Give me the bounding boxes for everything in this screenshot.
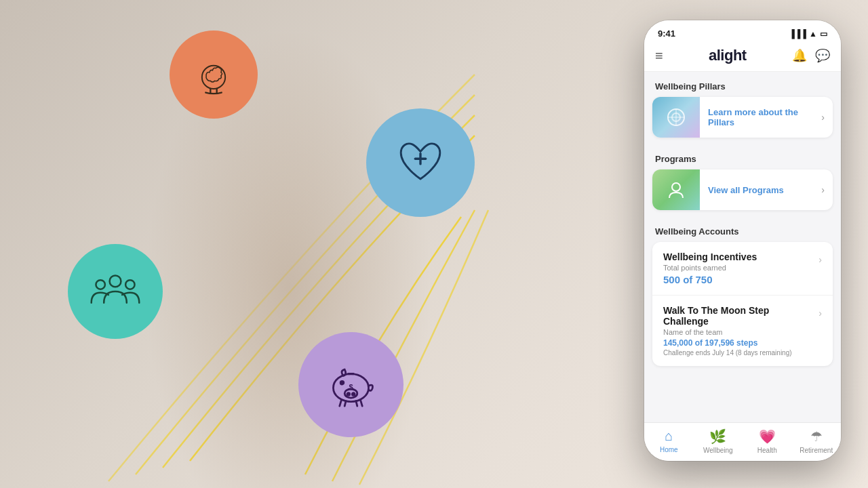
- programs-link-row[interactable]: View all Programs ›: [652, 169, 833, 210]
- wellbeing-icon: 🌿: [709, 428, 726, 445]
- wellbeing-incentives-title: Wellbeing Incentives: [663, 251, 813, 262]
- wellbeing-label: Wellbeing: [703, 447, 733, 454]
- status-bar: 9:41 ▐▐▐ ▲ ▭: [644, 20, 841, 41]
- header-actions: 🔔 💬: [792, 48, 830, 63]
- status-time: 9:41: [658, 28, 675, 39]
- step-challenge-info: Walk To The Moon Step Challenge Name of …: [663, 305, 813, 357]
- wellbeing-incentives-subtitle: Total points earned: [663, 264, 813, 272]
- wellbeing-pillars-label: Wellbeing Pillars: [644, 72, 841, 97]
- step-challenge-subtitle: Name of the team: [663, 328, 813, 336]
- svg-line-15: [340, 400, 342, 406]
- notification-bell-icon[interactable]: 🔔: [792, 48, 807, 63]
- step-challenge-title: Walk To The Moon Step Challenge: [663, 305, 813, 327]
- wellbeing-incentives-info: Wellbeing Incentives Total points earned…: [663, 251, 813, 285]
- step-challenge-row[interactable]: Walk To The Moon Step Challenge Name of …: [652, 296, 833, 366]
- pillars-link-text: Learn more about the Pillars: [700, 107, 821, 127]
- app-header: ≡ alight 🔔 💬: [644, 41, 841, 72]
- brain-bubble: [170, 30, 258, 119]
- wellbeing-pillars-card[interactable]: Learn more about the Pillars ›: [652, 97, 833, 138]
- svg-point-23: [672, 183, 680, 191]
- health-bubble: [366, 108, 475, 217]
- svg-point-7: [125, 280, 134, 289]
- programs-link-text: View all Programs: [700, 185, 821, 195]
- svg-point-10: [347, 393, 350, 396]
- chat-icon[interactable]: 💬: [815, 48, 830, 63]
- signal-icon: ▐▐▐: [789, 29, 807, 39]
- phone-mockup: 9:41 ▐▐▐ ▲ ▭ ≡ alight 🔔 💬 Wellbeing Pill…: [644, 20, 841, 461]
- svg-point-12: [340, 381, 344, 384]
- wellbeing-incentives-row[interactable]: Wellbeing Incentives Total points earned…: [652, 242, 833, 296]
- wellbeing-accounts-card: Wellbeing Incentives Total points earned…: [652, 242, 833, 366]
- status-icons: ▐▐▐ ▲ ▭: [789, 29, 827, 39]
- wellbeing-incentives-chevron: ›: [818, 254, 822, 265]
- bottom-nav: ⌂ Home 🌿 Wellbeing 💗 Health ☂ Retirement: [644, 422, 841, 461]
- health-icon: 💗: [759, 428, 776, 445]
- svg-text:$: $: [349, 383, 353, 391]
- svg-point-6: [96, 280, 104, 289]
- home-label: Home: [660, 446, 678, 453]
- step-challenge-value: 145,000 of 197,596 steps: [663, 338, 813, 348]
- pillars-thumbnail: [652, 97, 700, 138]
- programs-label: Programs: [644, 144, 841, 169]
- wellbeing-accounts-label: Wellbeing Accounts: [644, 217, 841, 242]
- retirement-icon: ☂: [810, 428, 823, 445]
- nav-health[interactable]: 💗 Health: [743, 428, 792, 454]
- pillars-chevron: ›: [821, 112, 833, 123]
- programs-chevron: ›: [821, 184, 833, 195]
- nav-wellbeing[interactable]: 🌿 Wellbeing: [694, 428, 743, 454]
- nav-home[interactable]: ⌂ Home: [644, 428, 694, 454]
- nav-retirement[interactable]: ☂ Retirement: [792, 428, 842, 454]
- home-icon: ⌂: [665, 428, 673, 444]
- step-challenge-chevron: ›: [818, 308, 822, 319]
- menu-button[interactable]: ≡: [655, 48, 663, 64]
- programs-thumbnail: [652, 169, 700, 210]
- wifi-icon: ▲: [809, 29, 817, 39]
- programs-card[interactable]: View all Programs ›: [652, 169, 833, 210]
- health-label: Health: [757, 447, 777, 454]
- retirement-label: Retirement: [800, 447, 833, 454]
- svg-point-11: [352, 393, 355, 396]
- battery-icon: ▭: [820, 29, 827, 39]
- piggy-bubble: $: [298, 332, 403, 437]
- pillars-link-row[interactable]: Learn more about the Pillars ›: [652, 97, 833, 138]
- step-challenge-detail: Challenge ends July 14 (8 days remaining…: [663, 349, 813, 357]
- svg-line-18: [360, 400, 362, 406]
- team-bubble: [68, 244, 163, 339]
- svg-line-16: [344, 401, 346, 406]
- phone-content[interactable]: Wellbeing Pillars Learn more about the P…: [644, 72, 841, 422]
- wellbeing-incentives-value: 500 of 750: [663, 274, 813, 285]
- svg-line-17: [356, 401, 357, 406]
- app-logo: alight: [709, 47, 747, 64]
- svg-point-5: [110, 275, 121, 287]
